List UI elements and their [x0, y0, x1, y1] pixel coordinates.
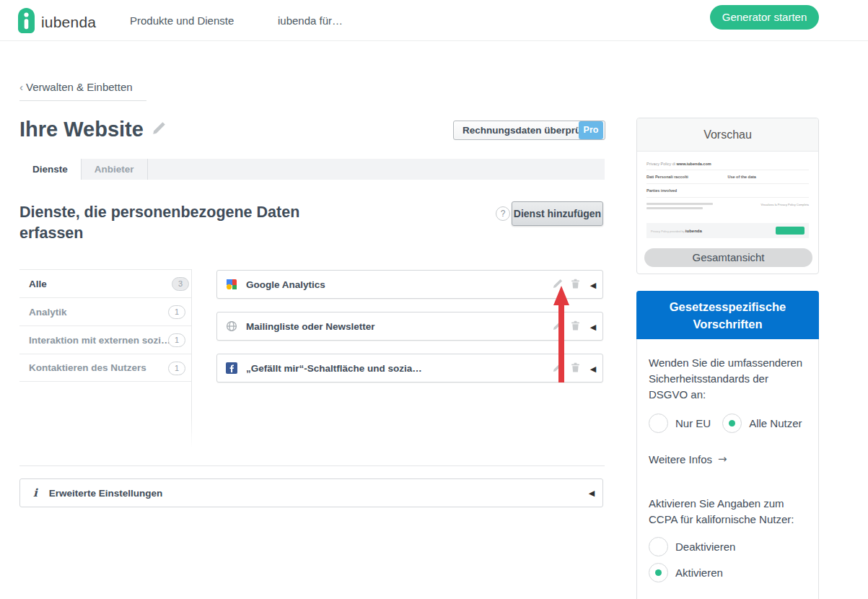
delete-trash-icon[interactable] [566, 279, 584, 292]
preview-section-label: Parties involved [646, 184, 809, 198]
section-heading: Dienste, die personenbezogene Daten erfa… [19, 202, 337, 244]
category-count-badge: 3 [172, 277, 189, 291]
start-generator-button[interactable]: Generator starten [710, 5, 819, 30]
collapse-triangle-icon[interactable]: ◀ [584, 364, 602, 374]
page-title: Ihre Website [19, 118, 144, 141]
nav-iubenda-for[interactable]: iubenda für… [278, 0, 343, 41]
preview-panel-title: Vorschau [637, 118, 818, 152]
ccpa-option-deaktivieren-row: Deaktivieren [649, 537, 807, 556]
tab-dienste[interactable]: Dienste [19, 159, 82, 180]
preview-footer-bar: Privacy Policy provided by iubenda [646, 223, 809, 238]
iubenda-logo-text: iubenda [41, 14, 96, 31]
category-item-interaktion[interactable]: Interaktion mit externen sozi… 1 [19, 325, 191, 354]
radio-label-deaktivieren: Deaktivieren [675, 541, 735, 553]
preview-policy-sections: Dati Personali raccolti Use of the data [646, 170, 809, 184]
law-provisions-panel: Gesetzesspezifische Vorschriften Wenden … [636, 291, 819, 599]
radio-label-aktivieren: Aktivieren [675, 567, 723, 579]
add-service-button[interactable]: Dienst hinzufügen [512, 201, 603, 226]
tab-anbieter[interactable]: Anbieter [82, 159, 148, 180]
category-vertical-divider [191, 269, 192, 448]
ccpa-question: Aktivieren Sie Angaben zum CCPA für kali… [649, 496, 807, 528]
google-icon [226, 279, 237, 290]
category-label: Analytik [29, 307, 67, 318]
edit-pencil-icon[interactable] [549, 279, 566, 292]
preview-section-label: Dati Personali raccolti [646, 175, 728, 179]
radio-nur-eu[interactable] [649, 414, 668, 433]
gdpr-options-row: Nur EU Alle Nutzer [649, 414, 807, 433]
gdpr-question: Wenden Sie die umfassenderen Sicherheits… [649, 355, 807, 403]
law-panel-body: Wenden Sie die umfassenderen Sicherheits… [637, 339, 818, 599]
service-row-like-button[interactable]: „Gefällt mir“-Schaltfläche und sozia… ◀ [216, 354, 603, 382]
radio-alle-nutzer[interactable] [722, 414, 742, 433]
iubenda-dashboard: iubenda Produkte und Dienste iubenda für… [0, 0, 868, 599]
iubenda-logo[interactable]: iubenda [18, 8, 96, 36]
preview-generate-button [776, 227, 805, 235]
info-icon: i [33, 486, 38, 499]
policy-preview-thumbnail: Privacy Policy di www.iubenda.com Dati P… [646, 159, 809, 238]
service-label: Google Analytics [246, 279, 325, 290]
service-actions: ◀ [549, 354, 602, 383]
service-row-mailing-list[interactable]: Mailingliste oder Newsletter ◀ [216, 312, 603, 341]
category-count-badge: 1 [168, 305, 185, 319]
service-label: „Gefällt mir“-Schaltfläche und sozia… [246, 363, 422, 374]
gdpr-more-info-link[interactable]: Weitere Infos → [649, 452, 807, 465]
edit-pencil-icon[interactable] [549, 320, 566, 333]
category-count-badge: 1 [168, 362, 185, 375]
category-count-badge: 1 [168, 333, 185, 347]
breadcrumb-back-link[interactable]: ‹Verwalten & Einbetten [19, 81, 146, 101]
edit-pencil-icon[interactable] [549, 362, 566, 375]
tab-bar: Dienste Anbieter [19, 159, 605, 180]
collapse-triangle-icon[interactable]: ◀ [584, 281, 602, 290]
category-filter-list: Alle 3 Analytik 1 Interaktion mit extern… [19, 269, 191, 382]
iubenda-logo-icon [18, 8, 35, 36]
radio-label-nur-eu: Nur EU [675, 417, 711, 429]
service-label: Mailingliste oder Newsletter [246, 321, 375, 332]
delete-trash-icon[interactable] [566, 362, 584, 375]
service-actions: ◀ [549, 271, 602, 300]
preview-footer-text: Privacy Policy provided by iubenda [651, 229, 702, 233]
category-label: Kontaktieren des Nutzers [29, 362, 146, 373]
category-item-alle[interactable]: Alle 3 [19, 269, 191, 297]
preview-policy-meta: Visualizza la Privacy Policy Completa [646, 203, 809, 211]
radio-aktivieren[interactable] [649, 563, 668, 582]
radio-deaktivieren[interactable] [649, 537, 668, 556]
arrow-right-icon: → [718, 452, 727, 465]
category-label: Alle [29, 279, 47, 289]
preview-full-policy-link: Visualizza la Privacy Policy Completa [761, 203, 809, 211]
preview-panel: Vorschau Privacy Policy di www.iubenda.c… [636, 118, 819, 274]
nav-products-services[interactable]: Produkte und Dienste [130, 0, 234, 41]
service-row-google-analytics[interactable]: Google Analytics ◀ [216, 270, 603, 299]
preview-section-label: Use of the data [728, 175, 810, 179]
help-icon[interactable]: ? [496, 206, 510, 221]
law-panel-title: Gesetzesspezifische Vorschriften [636, 291, 819, 339]
collapse-triangle-icon[interactable]: ◀ [584, 323, 602, 332]
globe-icon [226, 320, 237, 332]
breadcrumb-label: Verwalten & Einbetten [26, 81, 133, 93]
page-title-row: Ihre Website [19, 118, 166, 141]
edit-title-pencil-icon[interactable] [152, 121, 166, 138]
preview-policy-heading: Privacy Policy di www.iubenda.com [646, 159, 809, 170]
advanced-settings-label: Erweiterte Einstellungen [49, 488, 163, 499]
category-label: Interaktion mit externen sozi… [29, 335, 171, 346]
section-divider [19, 465, 605, 466]
advanced-settings-row[interactable]: i Erweiterte Einstellungen ◀ [19, 478, 603, 507]
link-label: Weitere Infos [649, 453, 712, 465]
back-chevron-icon: ‹ [19, 81, 23, 93]
overview-button[interactable]: Gesamtansicht [644, 248, 812, 267]
category-item-kontaktieren[interactable]: Kontaktieren des Nutzers 1 [19, 354, 191, 382]
pro-plan-badge[interactable]: Pro [579, 121, 603, 139]
collapse-triangle-icon[interactable]: ◀ [582, 489, 601, 498]
top-navbar: iubenda Produkte und Dienste iubenda für… [0, 0, 868, 41]
delete-trash-icon[interactable] [566, 320, 584, 333]
category-item-analytik[interactable]: Analytik 1 [19, 297, 191, 325]
ccpa-option-aktivieren-row: Aktivieren [649, 563, 807, 582]
radio-label-alle-nutzer: Alle Nutzer [749, 417, 802, 429]
service-actions: ◀ [549, 312, 602, 341]
preview-meta-lines [646, 203, 713, 211]
facebook-icon [226, 362, 237, 374]
